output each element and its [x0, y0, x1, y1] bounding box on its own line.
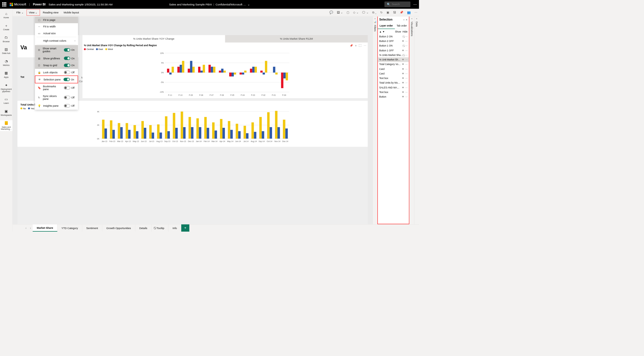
toggle[interactable]	[64, 64, 70, 67]
more-icon[interactable]: ⋯	[405, 44, 408, 47]
visible-icon[interactable]: 👁	[402, 91, 404, 93]
teams-icon[interactable]: 👥	[407, 11, 411, 14]
filters-pane-collapsed[interactable]: « 📊 Filters	[373, 16, 377, 224]
rail-item-metrics[interactable]: ◔Metrics	[0, 58, 13, 67]
center-title[interactable]: Sales and Marketing Sample PBIX| Confide…	[169, 3, 250, 6]
visible-icon[interactable]: 👁	[402, 58, 404, 61]
toggle[interactable]	[64, 86, 70, 90]
rail-item-browse[interactable]: 🗀Browse	[0, 35, 13, 43]
selection-item[interactable]: Text box👁⋯	[378, 90, 409, 94]
page-tab-details[interactable]: Details	[135, 224, 152, 232]
dd-actual-size[interactable]: ▭Actual size	[35, 30, 78, 37]
chart-tab-r12m[interactable]: % Units Market Share R12M	[225, 35, 368, 43]
page-icon[interactable]: ▢	[347, 11, 349, 14]
sort-down-icon[interactable]: ▼	[383, 30, 385, 33]
dd-snap[interactable]: ⊡Snap to gridOn	[35, 62, 78, 69]
visualizations-pane-collapsed[interactable]: « Visualizations	[409, 16, 414, 224]
more-icon[interactable]: ⋯	[405, 82, 408, 84]
page-tab-market-share[interactable]: Market Share	[33, 224, 57, 232]
rail-item-data-hub[interactable]: ▤Data hub	[0, 46, 13, 55]
more-icon[interactable]: ⋯	[405, 72, 408, 75]
visible-icon[interactable]: 👁	[402, 63, 404, 66]
selection-item[interactable]: SALES AND MARKETI…👁⋯	[378, 85, 409, 90]
chevron-left-icon[interactable]: «	[411, 18, 412, 20]
tab-prev-icon[interactable]: ‹	[24, 224, 28, 232]
visible-icon[interactable]: 👁	[402, 96, 404, 98]
rail-item-sales-and-marketing-[interactable]: Sales and Marketing...	[0, 120, 13, 131]
dd-sync-slicers[interactable]: ↻Sync slicers paneOff	[35, 93, 78, 102]
dd-selection-pane[interactable]: 👁Selection paneOn	[35, 76, 78, 83]
dd-gridlines[interactable]: ▦Show gridlinesOn	[35, 55, 78, 62]
visible-icon[interactable]: 👁	[402, 49, 404, 52]
close-icon[interactable]: ✕	[406, 18, 408, 21]
selection-item[interactable]: Button 1 OFF👁⋯	[378, 48, 409, 53]
app-launcher-icon[interactable]	[2, 2, 7, 7]
toggle[interactable]	[64, 104, 70, 108]
menu-view[interactable]: View ⌄	[27, 9, 40, 15]
tab-next-icon[interactable]: ›	[28, 224, 33, 232]
dd-smart-guides[interactable]: ⊞Show smart guidesOn	[35, 45, 78, 55]
expand-icon[interactable]: »	[403, 18, 404, 21]
toggle[interactable]	[64, 96, 70, 99]
more-icon[interactable]: ⋯	[405, 86, 408, 89]
tab-layer-order[interactable]: Layer order	[378, 23, 395, 29]
selection-item[interactable]: Total Category Volum…👁⋯	[378, 62, 409, 66]
selection-item[interactable]: Button👁⋯	[378, 94, 409, 99]
selection-item[interactable]: Button 2 OFF👁⋯	[378, 39, 409, 43]
visible-icon[interactable]: 👁	[402, 40, 404, 43]
more-icon[interactable]: ⋯	[364, 44, 366, 47]
more-icon[interactable]: ⋯	[405, 91, 408, 93]
visible-icon[interactable]: 👁	[402, 86, 404, 89]
more-icon[interactable]: ⋯	[405, 96, 408, 98]
page-tab-growth-opportunities[interactable]: Growth Opportunities	[102, 224, 135, 232]
more-icon[interactable]: ⋯	[405, 54, 408, 56]
selection-item[interactable]: Card👁⋯	[378, 67, 409, 71]
dd-high-contrast[interactable]: High-contrast colors›	[35, 37, 78, 44]
screen-icon[interactable]: 🖵 ⌄	[362, 11, 369, 14]
dd-insights[interactable]: 💡Insights paneOff	[35, 102, 78, 109]
page-tab-info[interactable]: Info	[168, 224, 181, 232]
selection-item[interactable]: % Units Market Share …⃠⋯	[378, 53, 409, 57]
search-input[interactable]: 🔍	[385, 1, 410, 7]
tab-tab-order[interactable]: Tab order	[395, 23, 409, 29]
ellipsis-icon[interactable]: ⋯	[414, 11, 417, 14]
menu-mobile-layout[interactable]: Mobile layout	[61, 9, 81, 15]
more-icon[interactable]: ⋯	[413, 2, 417, 6]
selection-item[interactable]: Text box👁⋯	[378, 76, 409, 80]
toggle[interactable]	[64, 48, 70, 52]
hide-button[interactable]: Hide	[402, 30, 407, 33]
image-icon[interactable]: 🖼 ⌄	[337, 11, 343, 14]
pin-visual-icon[interactable]: 📌	[350, 44, 353, 47]
selection-item[interactable]: Card👁⋯	[378, 71, 409, 76]
page-tab-sentiment[interactable]: Sentiment	[82, 224, 102, 232]
toggle[interactable]	[64, 78, 70, 81]
toggle[interactable]	[64, 71, 70, 74]
visible-icon[interactable]: 👁	[402, 77, 404, 80]
rail-item-apps[interactable]: ▦Apps	[0, 70, 13, 79]
data-pane-collapsed[interactable]: « Data	[414, 16, 419, 224]
selection-item[interactable]: Total Units by Month …👁⋯	[378, 80, 409, 85]
menu-file[interactable]: File ⌄	[14, 9, 26, 15]
page-tab-ytd-category[interactable]: YTD Category	[57, 224, 82, 232]
save-icon[interactable]: 🖫	[393, 11, 396, 14]
selection-item[interactable]: Button 1 ON⃠⋯	[378, 43, 409, 48]
selection-item[interactable]: Button 2 ON⃠⋯	[378, 34, 409, 39]
more-icon[interactable]: ⋯	[405, 49, 408, 52]
chevron-left-icon[interactable]: «	[375, 18, 376, 20]
show-button[interactable]: Show	[395, 30, 401, 33]
dd-fit-to-width[interactable]: ↔Fit to width	[35, 23, 78, 30]
sort-up-icon[interactable]: ▲	[379, 30, 382, 33]
rail-item-workspaces[interactable]: ▣Workspaces	[0, 108, 13, 117]
chevron-down-icon[interactable]: ⌄	[247, 3, 250, 6]
toggle[interactable]	[64, 56, 70, 60]
visible-icon[interactable]: 👁	[402, 82, 404, 84]
focus-icon[interactable]: ⛶	[359, 44, 361, 47]
rail-item-create[interactable]: ＋Create	[0, 23, 13, 31]
add-page-button[interactable]: +	[181, 224, 190, 232]
dd-bookmarks[interactable]: 🔖Bookmarks paneOff	[35, 83, 78, 93]
comment-icon[interactable]: 💬	[329, 11, 333, 14]
chart-tab-yoy[interactable]: % Units Market Share YOY Change	[82, 35, 225, 43]
more-icon[interactable]: ⋯	[405, 58, 408, 61]
menu-reading-view[interactable]: Reading view	[41, 9, 61, 15]
more-icon[interactable]: ⋯	[405, 63, 408, 66]
